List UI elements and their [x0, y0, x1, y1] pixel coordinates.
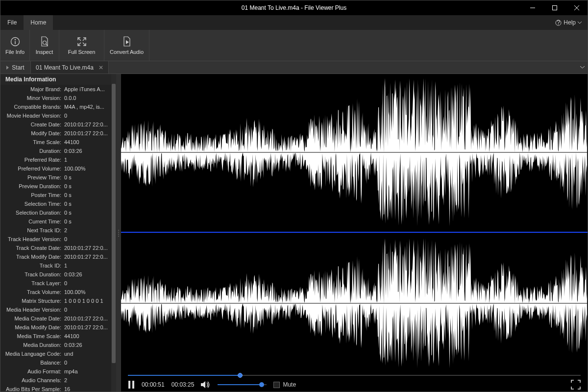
- media-info-label: Poster Time:: [0, 192, 64, 198]
- media-info-row: Media Duration:0:03:26: [0, 341, 111, 349]
- volume-button[interactable]: [201, 381, 211, 389]
- media-info-value: 1: [64, 157, 111, 163]
- media-info-row: Movie Header Version:0: [0, 111, 111, 120]
- inspect-label: Inspect: [36, 49, 53, 55]
- media-info-value: 0 s: [64, 219, 111, 224]
- tab-document[interactable]: 01 Meant To Live.m4a ✕: [31, 61, 109, 74]
- media-info-value: und: [64, 351, 111, 357]
- media-info-row: Matrix Structure:1 0 0 0 1 0 0 0 1: [0, 296, 111, 305]
- svg-point-9: [43, 41, 46, 44]
- window-controls: [521, 0, 588, 15]
- media-info-label: Preferred Rate:: [0, 157, 64, 163]
- media-info-row: Create Date:2010:01:27 22:0...: [0, 120, 111, 129]
- info-icon: [10, 36, 20, 47]
- media-info-label: Preview Time:: [0, 174, 64, 180]
- waveform-channel-left: [121, 74, 588, 231]
- media-info-row: Time Scale:44100: [0, 138, 111, 147]
- media-info-row: Preferred Volume:100.00%: [0, 164, 111, 173]
- tab-overflow-button[interactable]: [577, 61, 588, 74]
- svg-rect-1: [552, 6, 557, 10]
- media-info-row: Track Create Date:2010:01:27 22:0...: [0, 244, 111, 252]
- media-info-header: Media Information: [0, 74, 116, 85]
- speaker-icon: [201, 381, 211, 389]
- media-info-label: Time Scale:: [0, 139, 64, 145]
- media-info-label: Duration:: [0, 148, 64, 154]
- tab-close-icon[interactable]: ✕: [98, 64, 103, 71]
- progress-thumb[interactable]: [238, 373, 243, 378]
- full-screen-label: Full Screen: [68, 49, 96, 55]
- svg-rect-19: [132, 381, 134, 389]
- current-time: 00:00:51: [142, 381, 165, 388]
- file-info-button[interactable]: File Info: [0, 30, 30, 61]
- media-info-value: 2010:01:27 22:0...: [64, 316, 111, 321]
- svg-marker-20: [201, 381, 205, 388]
- window-title: 01 Meant To Live.m4a - File Viewer Plus: [242, 4, 346, 11]
- media-info-value: 0 s: [64, 192, 111, 198]
- media-info-value: 2: [64, 227, 111, 233]
- media-info-label: Media Language Code:: [0, 351, 64, 357]
- volume-thumb[interactable]: [259, 382, 264, 387]
- document-tab-bar: Start 01 Meant To Live.m4a ✕: [0, 61, 588, 74]
- svg-line-14: [78, 43, 81, 45]
- play-icon: [6, 66, 9, 70]
- help-icon: ?: [555, 20, 562, 26]
- maximize-button[interactable]: [543, 0, 565, 15]
- media-info-label: Preview Duration:: [0, 183, 64, 189]
- media-info-row: Track ID:1: [0, 261, 111, 270]
- media-info-value: 0:03:26: [64, 271, 111, 277]
- channel-divider: [121, 232, 588, 233]
- media-info-label: Audio Format:: [0, 368, 64, 374]
- waveform-canvas[interactable]: [121, 74, 588, 372]
- media-info-row: Media Modify Date:2010:01:27 22:0...: [0, 323, 111, 332]
- menu-file[interactable]: File: [0, 15, 24, 30]
- expand-icon: [571, 380, 581, 390]
- sidebar-scrollbar[interactable]: [111, 74, 116, 392]
- menu-bar: File Home ? Help: [0, 15, 588, 30]
- media-info-value: 0.0.0: [64, 95, 111, 101]
- pause-button[interactable]: [128, 381, 135, 389]
- media-info-value: 2: [64, 377, 111, 383]
- close-button[interactable]: [565, 0, 588, 15]
- media-info-row: Track Header Version:0: [0, 235, 111, 244]
- media-info-row: Major Brand:Apple iTunes A...: [0, 85, 111, 94]
- volume-slider[interactable]: [218, 384, 267, 385]
- file-info-label: File Info: [5, 49, 24, 55]
- menu-help[interactable]: ? Help: [549, 15, 588, 30]
- transport-bar: 00:00:51 00:03:25 Mute: [121, 372, 588, 392]
- minimize-button[interactable]: [521, 0, 543, 15]
- chevron-down-icon: [578, 22, 582, 24]
- fullscreen-toggle-button[interactable]: [571, 380, 581, 390]
- media-info-row: Media Header Version:0: [0, 305, 111, 314]
- full-screen-button[interactable]: Full Screen: [59, 30, 104, 61]
- media-info-label: Track Modify Date:: [0, 254, 64, 260]
- media-info-value: 2010:01:27 22:0...: [64, 122, 111, 127]
- media-info-row: Audio Format:mp4a: [0, 367, 111, 376]
- pause-icon: [128, 381, 135, 389]
- convert-icon: [122, 36, 132, 47]
- media-info-label: Track Layer:: [0, 280, 64, 286]
- media-info-label: Selection Duration:: [0, 210, 64, 216]
- svg-point-7: [14, 39, 15, 40]
- media-info-row: Current Time:0 s: [0, 217, 111, 226]
- tab-start[interactable]: Start: [0, 61, 31, 74]
- media-info-row: Next Track ID:2: [0, 226, 111, 235]
- media-info-row: Preview Duration:0 s: [0, 182, 111, 191]
- media-info-value: 0:03:26: [64, 342, 111, 348]
- media-info-value: 44100: [64, 333, 111, 339]
- mute-checkbox[interactable]: Mute: [273, 381, 296, 388]
- media-info-row: Audio Channels:2: [0, 376, 111, 385]
- menu-home[interactable]: Home: [24, 15, 53, 30]
- panel-splitter[interactable]: [116, 74, 121, 392]
- full-screen-icon: [77, 36, 87, 47]
- convert-audio-button[interactable]: Convert Audio: [104, 30, 149, 61]
- media-info-label: Preferred Volume:: [0, 166, 64, 172]
- media-info-value: 0: [64, 360, 111, 366]
- media-info-label: Audio Channels:: [0, 377, 64, 383]
- media-info-value: 1 0 0 0 1 0 0 0 1: [64, 298, 111, 304]
- inspect-button[interactable]: Inspect: [30, 30, 59, 61]
- content-area: Media Information Major Brand:Apple iTun…: [0, 74, 588, 392]
- help-label: Help: [564, 19, 576, 26]
- ribbon-toolbar: File Info Inspect Full Screen Convert Au…: [0, 30, 588, 61]
- mute-checkbox-box: [273, 382, 280, 388]
- media-info-row: Audio Bits Per Sample:16: [0, 385, 111, 392]
